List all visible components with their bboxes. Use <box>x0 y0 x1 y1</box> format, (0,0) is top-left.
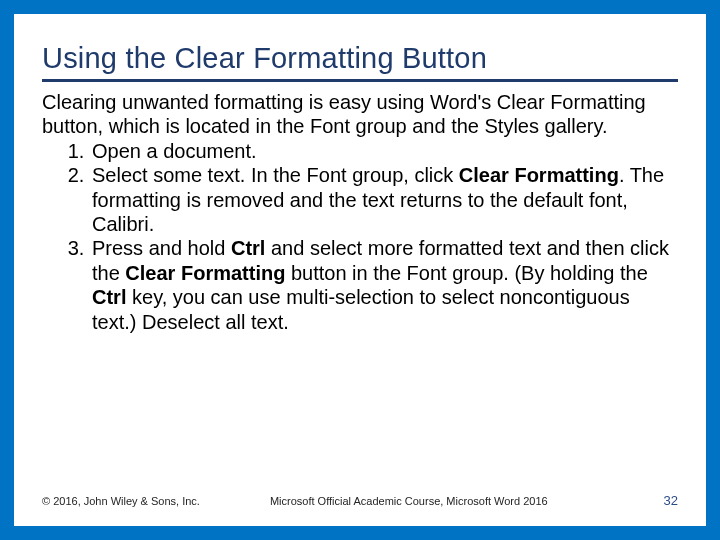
step-2-bold-clear-formatting: Clear Formatting <box>459 164 619 186</box>
step-3-bold-ctrl-2: Ctrl <box>92 286 126 308</box>
slide-title: Using the Clear Formatting Button <box>42 42 678 82</box>
step-1: Open a document. <box>90 139 678 163</box>
steps-list: Open a document. Select some text. In th… <box>42 139 678 334</box>
footer-course: Microsoft Official Academic Course, Micr… <box>270 495 548 507</box>
footer-copyright: © 2016, John Wiley & Sons, Inc. <box>42 495 200 507</box>
step-3-part-g: key, you can use multi-selection to sele… <box>92 286 630 332</box>
step-1-text: Open a document. <box>92 140 257 162</box>
step-3: Press and hold Ctrl and select more form… <box>90 236 678 334</box>
step-2: Select some text. In the Font group, cli… <box>90 163 678 236</box>
intro-paragraph: Clearing unwanted formatting is easy usi… <box>42 90 678 139</box>
slide-footer: © 2016, John Wiley & Sons, Inc. Microsof… <box>42 493 678 508</box>
step-3-part-e: button in the Font group. (By holding th… <box>285 262 647 284</box>
step-3-bold-ctrl-1: Ctrl <box>231 237 265 259</box>
step-3-part-a: Press and hold <box>92 237 231 259</box>
slide-frame: Using the Clear Formatting Button Cleari… <box>0 0 720 540</box>
step-3-bold-clear-formatting: Clear Formatting <box>125 262 285 284</box>
footer-page-number: 32 <box>664 493 678 508</box>
slide-content: Using the Clear Formatting Button Cleari… <box>14 14 706 334</box>
step-2-part-a: Select some text. In the Font group, cli… <box>92 164 459 186</box>
